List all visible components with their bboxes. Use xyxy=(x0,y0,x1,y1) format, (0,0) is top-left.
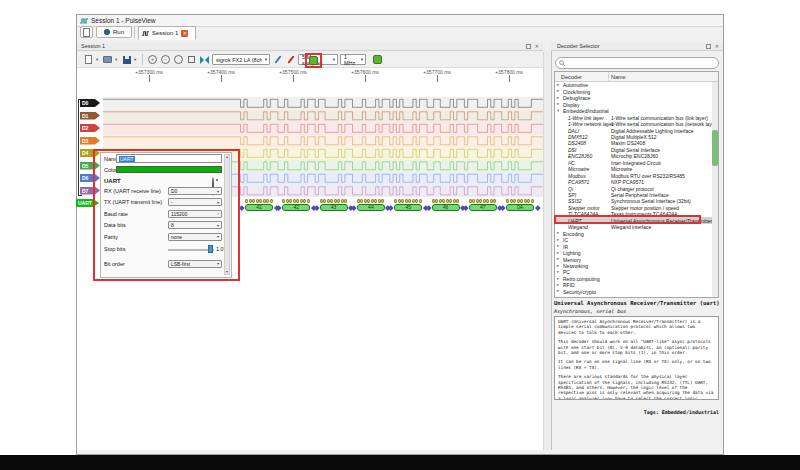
zoom-original-button[interactable] xyxy=(186,54,197,66)
dialog-field-label: RX (UART receive line) xyxy=(104,188,161,194)
column-decoder[interactable]: Decoder xyxy=(561,74,582,80)
decoder-panel-close-icon[interactable]: ✕ xyxy=(715,44,719,49)
tree-collapsed-icon[interactable]: ▸ xyxy=(557,88,559,93)
color-swatch[interactable] xyxy=(116,166,222,173)
uart-byte-annotation: 45 xyxy=(394,204,422,211)
run-icon xyxy=(104,29,110,35)
decoder-list-column-header[interactable]: Decoder Name xyxy=(555,72,718,82)
zoom-out-icon: − xyxy=(161,55,170,64)
session-dock-float-icon[interactable] xyxy=(526,44,531,49)
session-dock-title: Session 1 xyxy=(81,43,105,49)
run-button[interactable]: Run xyxy=(96,26,132,38)
scrollbar-thumb[interactable] xyxy=(712,130,718,166)
add-decoder-icon-highlighted[interactable] xyxy=(309,56,318,65)
run-label: Run xyxy=(113,29,124,35)
chevron-down-icon[interactable]: ▾ xyxy=(217,261,219,266)
stop-bits-slider-handle[interactable] xyxy=(208,245,213,253)
session-dock-close-icon[interactable]: ✕ xyxy=(535,44,539,49)
toolbar-separator xyxy=(142,54,143,65)
dialog-scrollbar[interactable]: ▲▼ xyxy=(224,154,230,275)
sample-count-select[interactable]: 5 M samples ▾ xyxy=(298,54,338,65)
uart-bit-annotation xyxy=(252,199,255,204)
decoder-description-text: UART (Universal Asynchronous Receiver/Tr… xyxy=(554,316,719,400)
decoder-description-title: Universal Asynchronous Receiver/Transmit… xyxy=(554,300,720,306)
ruler-major-tick xyxy=(365,75,366,82)
chevron-down-icon[interactable]: ▾ xyxy=(217,223,219,228)
spinner-arrows-icon[interactable]: ↕ xyxy=(217,211,219,216)
decoder-group-label: Security/crypto xyxy=(563,289,596,295)
decoder-tags: Tags: Embedded/industrial xyxy=(554,409,719,415)
baud-rate-control[interactable]: 115200↕ xyxy=(168,210,222,218)
dialog-field-label: Data bits xyxy=(104,222,126,228)
tree-collapsed-icon[interactable]: ▸ xyxy=(557,101,559,106)
uart-bit-annotation xyxy=(307,199,310,204)
configure-device-button[interactable] xyxy=(272,54,283,66)
decoder-group-row[interactable]: ▸Security/crypto xyxy=(555,288,718,294)
description-paragraph: This decoder should work on all "UART-li… xyxy=(558,339,715,355)
tree-collapsed-icon[interactable]: ▸ xyxy=(557,276,559,281)
trace-view-scrollbar[interactable] xyxy=(543,52,550,450)
tree-collapsed-icon[interactable]: ▸ xyxy=(557,256,559,261)
name-input[interactable]: UART xyxy=(116,154,222,163)
uart-byte-annotation: 47 xyxy=(469,204,497,211)
channels-button[interactable] xyxy=(285,54,296,66)
zoom-out-button[interactable]: − xyxy=(160,54,171,66)
toolbar-separator xyxy=(134,27,135,38)
device-select[interactable]: sigrok FX2 LA (8ch) ▾ xyxy=(212,54,270,65)
tx-uart-transmit-line--control[interactable]: -▾ xyxy=(168,198,222,206)
dialog-field-label: TX (UART transmit line) xyxy=(104,199,162,205)
decoder-panel-float-icon[interactable] xyxy=(706,44,711,49)
zoom-in-button[interactable]: + xyxy=(147,54,158,66)
new-file-icon xyxy=(85,55,92,64)
uart-bit-annotation xyxy=(435,199,438,204)
ruler-major-tick xyxy=(509,75,510,82)
tree-expanded-icon[interactable]: ▾ xyxy=(557,108,559,113)
decoder-list-scrollbar[interactable] xyxy=(712,82,718,297)
rx-uart-receive-line--control[interactable]: D0▾ xyxy=(168,187,222,195)
tree-collapsed-icon[interactable]: ▸ xyxy=(557,288,559,293)
save-dropdown-icon[interactable]: ▾ xyxy=(134,57,138,62)
tree-collapsed-icon[interactable]: ▸ xyxy=(557,250,559,255)
dialog-field-label: Baud rate xyxy=(104,211,128,217)
window-title: Session 1 - PulseView xyxy=(91,17,156,24)
uart-bit-annotation xyxy=(259,199,262,204)
session-tab-label: Session 1 xyxy=(152,30,178,36)
uart-byte-annotation: 46 xyxy=(432,204,460,211)
show-cursors-button[interactable] xyxy=(199,54,210,66)
add-decoder-button[interactable] xyxy=(372,54,383,66)
pulseview-logo-icon xyxy=(80,17,88,25)
chevron-down-icon[interactable]: ▾ xyxy=(217,189,219,194)
zoom-fit-button[interactable] xyxy=(173,54,184,66)
new-session-button[interactable] xyxy=(80,26,93,38)
uart-byte-annotation: 0A xyxy=(506,204,534,211)
new-file-dropdown-icon[interactable]: ▾ xyxy=(96,57,100,62)
chevron-down-icon[interactable]: ▾ xyxy=(217,200,219,205)
tab-close-icon[interactable]: ✕ xyxy=(181,30,188,37)
tree-collapsed-icon[interactable]: ▸ xyxy=(557,230,559,235)
tree-collapsed-icon[interactable]: ▸ xyxy=(557,282,559,287)
dialog-field-label: Bit order xyxy=(104,261,125,267)
session-tab[interactable]: Session 1 ✕ xyxy=(138,26,196,40)
scroll-down-icon[interactable]: ▼ xyxy=(225,270,228,274)
open-button[interactable] xyxy=(102,54,113,66)
tree-collapsed-icon[interactable]: ▸ xyxy=(557,243,559,248)
probe-icon xyxy=(287,55,294,63)
uart-byte-annotation: 44 xyxy=(357,204,385,211)
tree-collapsed-icon[interactable]: ▸ xyxy=(557,263,559,268)
tree-collapsed-icon[interactable]: ▸ xyxy=(557,82,559,87)
open-dropdown-icon[interactable]: ▾ xyxy=(115,57,119,62)
data-bits-control[interactable]: 8▾ xyxy=(168,221,222,229)
sample-rate-select[interactable]: 1 MHz ▾ xyxy=(340,54,366,65)
chevron-down-icon[interactable]: ▾ xyxy=(217,234,219,239)
decoder-search-input[interactable] xyxy=(555,57,719,69)
new-file-button[interactable] xyxy=(83,54,94,66)
save-button[interactable] xyxy=(121,54,132,66)
tree-collapsed-icon[interactable]: ▸ xyxy=(557,269,559,274)
parity-control[interactable]: none▾ xyxy=(168,233,222,241)
bit-order-control[interactable]: LSB-first▾ xyxy=(168,260,222,268)
scroll-up-icon[interactable]: ▲ xyxy=(225,155,228,159)
open-folder-icon xyxy=(103,56,112,63)
tree-collapsed-icon[interactable]: ▸ xyxy=(557,237,559,242)
tree-collapsed-icon[interactable]: ▸ xyxy=(557,95,559,100)
column-name[interactable]: Name xyxy=(611,74,626,80)
